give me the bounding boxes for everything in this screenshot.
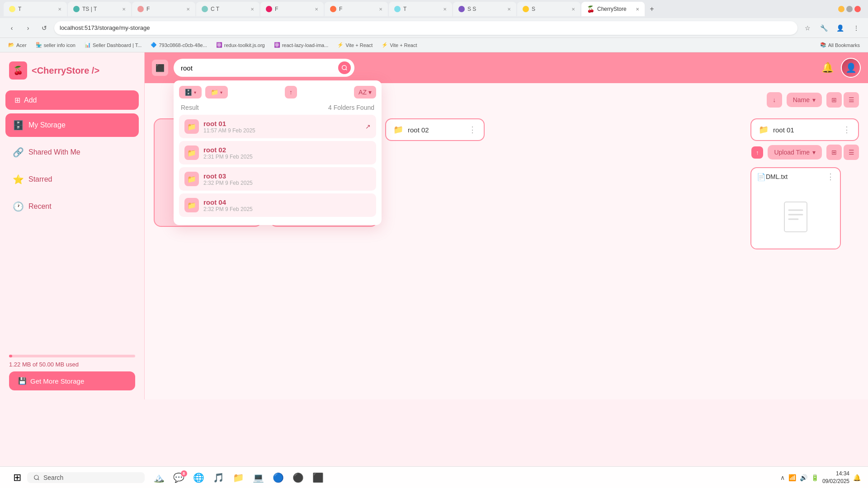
taskbar-chrome-icon[interactable]: 🔵 xyxy=(269,469,287,486)
taskbar-tiktok-icon[interactable]: 🎵 xyxy=(210,469,227,486)
window-maximize-button[interactable] xyxy=(846,6,853,12)
main-content: ⬛ 🗄️ ▾ 📁 ▾ xyxy=(145,52,868,399)
bookmark-button[interactable]: ☆ xyxy=(801,22,814,34)
search-input[interactable] xyxy=(174,59,354,77)
bookmark-vite-react-2[interactable]: ⚡Vite + React xyxy=(379,41,420,49)
search-result-item-1[interactable]: 📁 root 01 11:57 AM 9 Feb 2025 ↗ xyxy=(179,115,376,138)
tab-5-close[interactable]: ✕ xyxy=(315,7,318,12)
sidebar-item-my-storage[interactable]: 🗄️ My Storage xyxy=(5,113,139,137)
tab-10-active[interactable]: 🍒 CherryStore ✕ xyxy=(581,2,645,16)
forward-button[interactable]: › xyxy=(22,22,34,34)
search-result-item-4[interactable]: 📁 root 04 2:32 PM 9 Feb 2025 xyxy=(179,193,376,217)
start-button[interactable]: ⊞ xyxy=(7,469,27,486)
bookmark-acer[interactable]: 📂Acer xyxy=(5,41,29,49)
upload-sort-up-button[interactable]: ↑ xyxy=(751,146,764,159)
tab-8-close[interactable]: ✕ xyxy=(507,7,511,12)
search-button[interactable] xyxy=(338,61,351,74)
bookmark-all[interactable]: 📚All Bookmarks xyxy=(817,41,863,49)
tab-2-close[interactable]: ✕ xyxy=(122,7,126,12)
storage-bar-container xyxy=(9,355,135,357)
name-sort-select[interactable]: Name ▾ xyxy=(787,93,822,107)
taskbar-whatsapp-icon[interactable]: 💬 8 xyxy=(170,469,187,486)
tab-7-close[interactable]: ✕ xyxy=(443,7,447,12)
window-minimize-button[interactable] xyxy=(838,6,844,12)
taskbar-terminal-icon[interactable]: ⬛ xyxy=(309,469,326,486)
taskbar-chrome2-icon[interactable]: ⚫ xyxy=(289,469,307,486)
speaker-icon[interactable]: 🔊 xyxy=(800,474,807,481)
user-avatar[interactable]: 👤 xyxy=(841,58,861,78)
tab-2[interactable]: TS | T ✕ xyxy=(68,2,131,16)
back-button[interactable]: ‹ xyxy=(5,22,18,34)
get-more-storage-button[interactable]: 💾 Get More Storage xyxy=(9,371,135,390)
main-header: ⬛ 🗄️ ▾ 📁 ▾ xyxy=(145,52,868,83)
add-button[interactable]: ⊞ Add xyxy=(5,90,139,110)
notification-icon[interactable]: 🔔 xyxy=(853,474,861,481)
list-view-button-1[interactable]: ☰ xyxy=(844,92,859,108)
dml-file-card[interactable]: 📄 DML.txt ⋮ xyxy=(750,167,841,249)
sort-az-button[interactable]: AZ ▾ xyxy=(354,86,376,99)
tab-1-close[interactable]: ✕ xyxy=(58,7,61,12)
filter-database-button[interactable]: 🗄️ ▾ xyxy=(179,86,202,99)
grid-view-button-2[interactable]: ⊞ xyxy=(826,145,842,160)
tab-3[interactable]: F ✕ xyxy=(132,2,195,16)
folder-card-root01[interactable]: 📁 root 01 ⋮ xyxy=(750,118,859,141)
upload-time-select[interactable]: Upload Time ▾ xyxy=(768,145,822,160)
tab-4[interactable]: C T ✕ xyxy=(196,2,259,16)
tab-8[interactable]: S S ✕ xyxy=(453,2,516,16)
taskbar-edge-icon[interactable]: 🌐 xyxy=(190,469,207,486)
tab-6-icon xyxy=(330,6,336,12)
filter-folder-button[interactable]: 📁 ▾ xyxy=(205,86,228,99)
folder-card-root02[interactable]: 📁 root 02 ⋮ xyxy=(385,118,485,141)
bookmark-793[interactable]: 🔷793c0868-c0cb-48e... xyxy=(148,41,209,49)
tab-9-close[interactable]: ✕ xyxy=(571,7,575,12)
taskbar-clock[interactable]: 14:34 09/02/2025 xyxy=(822,470,849,485)
sidebar-item-recent[interactable]: 🕐 Recent xyxy=(5,195,139,218)
search-result-item-2[interactable]: 📁 root 02 2:31 PM 9 Feb 2025 xyxy=(179,141,376,164)
sort-up-button[interactable]: ↑ xyxy=(285,86,297,99)
sidebar-toggle-button[interactable]: ⬛ xyxy=(152,60,168,76)
result-info-4: root 04 2:32 PM 9 Feb 2025 xyxy=(203,198,371,212)
tab-6[interactable]: F ✕ xyxy=(325,2,388,16)
bookmark-seller-dash[interactable]: 📊Seller Dashboard | T... xyxy=(82,41,144,49)
bookmark-vite-react-1[interactable]: ⚡Vite + React xyxy=(335,41,375,49)
grid-view-button-1[interactable]: ⊞ xyxy=(826,92,842,108)
tab-1[interactable]: T ✕ xyxy=(4,2,67,16)
tab-4-close[interactable]: ✕ xyxy=(250,7,254,12)
sort-down-button[interactable]: ↓ xyxy=(767,92,782,108)
tab-5[interactable]: F ✕ xyxy=(260,2,324,16)
extensions-button[interactable]: 🔧 xyxy=(817,22,830,34)
tab-6-close[interactable]: ✕ xyxy=(379,7,382,12)
battery-icon[interactable]: 🔋 xyxy=(811,474,819,481)
profile-button[interactable]: 👤 xyxy=(834,22,846,34)
bookmark-react-lazy[interactable]: ⚛️react-lazy-load-ima... xyxy=(271,41,331,49)
tab-2-icon xyxy=(73,6,80,12)
bookmark-redux[interactable]: ⚛️redux-toolkit.js.org xyxy=(213,41,268,49)
search-result-item-3[interactable]: 📁 root 03 2:32 PM 9 Feb 2025 xyxy=(179,167,376,191)
taskbar-vscode-icon[interactable]: 💻 xyxy=(250,469,267,486)
sidebar-item-starred[interactable]: ⭐ Starred xyxy=(5,168,139,191)
sidebar-item-shared-with-me[interactable]: 🔗 Shared With Me xyxy=(5,141,139,164)
reload-button[interactable]: ↺ xyxy=(38,22,51,34)
taskbar-files-icon[interactable]: 📁 xyxy=(230,469,247,486)
list-view-button-2[interactable]: ☰ xyxy=(844,145,859,160)
folder-menu-root02[interactable]: ⋮ xyxy=(468,125,476,135)
taskbar-search[interactable]: Search xyxy=(27,472,145,483)
dml-menu-button[interactable]: ⋮ xyxy=(826,172,835,182)
tab-3-close[interactable]: ✕ xyxy=(186,7,190,12)
wifi-icon[interactable]: 📶 xyxy=(788,474,796,481)
taskbar-landscape-icon[interactable]: 🏔️ xyxy=(150,469,167,486)
menu-button[interactable]: ⋮ xyxy=(850,22,863,34)
dml-header: 📄 DML.txt ⋮ xyxy=(751,168,840,185)
window-close-button[interactable] xyxy=(854,6,861,12)
tab-7[interactable]: T ✕ xyxy=(389,2,452,16)
tab-9[interactable]: S ✕ xyxy=(517,2,580,16)
tab-10-close[interactable]: ✕ xyxy=(636,7,639,12)
address-input[interactable] xyxy=(54,21,797,35)
bookmark-seller-icon[interactable]: 🏪seller info icon xyxy=(33,41,78,49)
notification-bell[interactable]: 🔔 xyxy=(819,60,835,76)
chevron-up-icon[interactable]: ∧ xyxy=(780,474,785,481)
new-tab-button[interactable]: + xyxy=(646,3,658,15)
result-name-2: root 02 xyxy=(203,146,371,154)
folder-menu-root01[interactable]: ⋮ xyxy=(843,125,851,135)
my-storage-icon: 🗄️ xyxy=(13,120,24,131)
